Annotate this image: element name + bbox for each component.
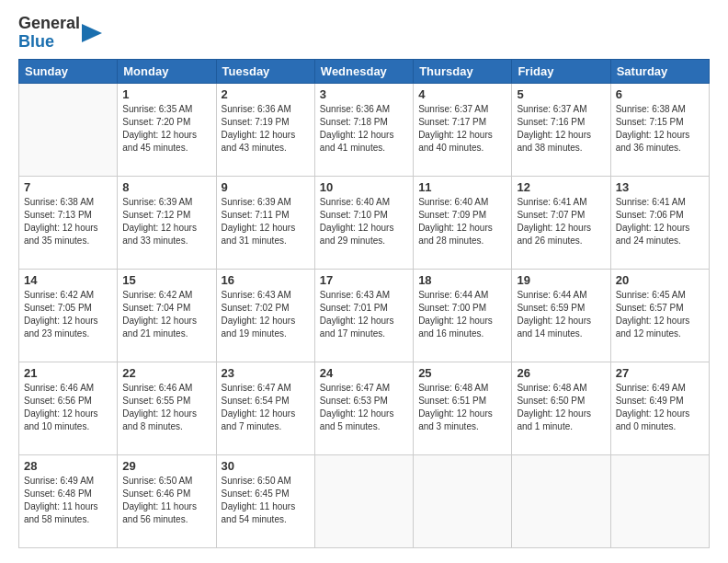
logo-text: General Blue [18,15,80,52]
calendar-week-row: 21Sunrise: 6:46 AM Sunset: 6:56 PM Dayli… [19,362,710,454]
day-info: Sunrise: 6:37 AM Sunset: 7:17 PM Dayligh… [418,103,506,155]
calendar-cell [19,83,118,176]
day-number: 19 [517,273,605,287]
day-info: Sunrise: 6:39 AM Sunset: 7:11 PM Dayligh… [222,196,310,247]
calendar-cell: 15Sunrise: 6:42 AM Sunset: 7:04 PM Dayli… [118,269,216,362]
calendar-cell: 3Sunrise: 6:36 AM Sunset: 7:18 PM Daylig… [314,83,413,176]
day-number: 14 [24,273,112,287]
day-info: Sunrise: 6:50 AM Sunset: 6:46 PM Dayligh… [122,475,210,526]
column-header-wednesday: Wednesday [314,59,413,83]
logo-container: General Blue [18,15,102,52]
calendar-cell: 30Sunrise: 6:50 AM Sunset: 6:45 PM Dayli… [216,454,314,547]
day-number: 7 [24,180,112,194]
calendar-cell: 24Sunrise: 6:47 AM Sunset: 6:53 PM Dayli… [314,362,413,454]
calendar-cell: 1Sunrise: 6:35 AM Sunset: 7:20 PM Daylig… [118,83,216,176]
day-info: Sunrise: 6:44 AM Sunset: 7:00 PM Dayligh… [418,289,506,340]
day-number: 16 [222,273,310,287]
day-info: Sunrise: 6:39 AM Sunset: 7:12 PM Dayligh… [122,196,210,247]
day-info: Sunrise: 6:36 AM Sunset: 7:18 PM Dayligh… [320,103,408,155]
calendar-cell: 11Sunrise: 6:40 AM Sunset: 7:09 PM Dayli… [414,176,512,269]
day-number: 12 [517,180,605,194]
day-info: Sunrise: 6:41 AM Sunset: 7:07 PM Dayligh… [517,196,605,247]
column-header-monday: Monday [118,59,216,83]
day-number: 17 [320,273,408,287]
calendar-cell: 23Sunrise: 6:47 AM Sunset: 6:54 PM Dayli… [216,362,314,454]
day-number: 15 [122,273,210,287]
calendar-cell [512,454,610,547]
day-number: 22 [122,366,210,380]
day-info: Sunrise: 6:48 AM Sunset: 6:50 PM Dayligh… [517,382,605,433]
day-info: Sunrise: 6:43 AM Sunset: 7:02 PM Dayligh… [222,289,310,340]
calendar-cell: 19Sunrise: 6:44 AM Sunset: 6:59 PM Dayli… [512,269,610,362]
day-info: Sunrise: 6:47 AM Sunset: 6:53 PM Dayligh… [320,382,408,433]
day-info: Sunrise: 6:46 AM Sunset: 6:56 PM Dayligh… [24,382,112,433]
day-number: 13 [616,180,704,194]
day-number: 21 [24,366,112,380]
calendar-cell: 28Sunrise: 6:49 AM Sunset: 6:48 PM Dayli… [19,454,118,547]
calendar-cell: 5Sunrise: 6:37 AM Sunset: 7:16 PM Daylig… [512,83,610,176]
calendar-cell: 10Sunrise: 6:40 AM Sunset: 7:10 PM Dayli… [314,176,413,269]
calendar-week-row: 28Sunrise: 6:49 AM Sunset: 6:48 PM Dayli… [19,454,710,547]
day-info: Sunrise: 6:49 AM Sunset: 6:48 PM Dayligh… [24,475,112,526]
calendar-cell: 22Sunrise: 6:46 AM Sunset: 6:55 PM Dayli… [118,362,216,454]
calendar-cell: 8Sunrise: 6:39 AM Sunset: 7:12 PM Daylig… [118,176,216,269]
calendar-cell: 21Sunrise: 6:46 AM Sunset: 6:56 PM Dayli… [19,362,118,454]
day-info: Sunrise: 6:43 AM Sunset: 7:01 PM Dayligh… [320,289,408,340]
logo: General Blue [18,15,102,52]
day-info: Sunrise: 6:46 AM Sunset: 6:55 PM Dayligh… [122,382,210,433]
day-number: 18 [418,273,506,287]
logo-blue: Blue [18,33,80,52]
day-number: 9 [222,180,310,194]
day-info: Sunrise: 6:42 AM Sunset: 7:04 PM Dayligh… [122,289,210,340]
day-number: 8 [122,180,210,194]
column-header-thursday: Thursday [414,59,512,83]
day-number: 25 [418,366,506,380]
calendar-cell: 7Sunrise: 6:38 AM Sunset: 7:13 PM Daylig… [19,176,118,269]
day-number: 20 [616,273,704,287]
calendar-cell: 16Sunrise: 6:43 AM Sunset: 7:02 PM Dayli… [216,269,314,362]
calendar-cell: 12Sunrise: 6:41 AM Sunset: 7:07 PM Dayli… [512,176,610,269]
day-number: 27 [616,366,704,380]
calendar-cell: 6Sunrise: 6:38 AM Sunset: 7:15 PM Daylig… [610,83,709,176]
day-number: 11 [418,180,506,194]
calendar-cell [610,454,709,547]
header: General Blue [18,15,710,52]
calendar-cell: 26Sunrise: 6:48 AM Sunset: 6:50 PM Dayli… [512,362,610,454]
day-info: Sunrise: 6:49 AM Sunset: 6:49 PM Dayligh… [616,382,704,433]
day-info: Sunrise: 6:42 AM Sunset: 7:05 PM Dayligh… [24,289,112,340]
column-header-saturday: Saturday [610,59,709,83]
day-number: 2 [222,87,310,101]
day-info: Sunrise: 6:47 AM Sunset: 6:54 PM Dayligh… [222,382,310,433]
day-number: 29 [122,459,210,473]
calendar-header-row: SundayMondayTuesdayWednesdayThursdayFrid… [19,59,710,83]
day-info: Sunrise: 6:38 AM Sunset: 7:13 PM Dayligh… [24,196,112,247]
logo-arrow-icon [82,19,102,47]
calendar-cell: 18Sunrise: 6:44 AM Sunset: 7:00 PM Dayli… [414,269,512,362]
logo-general: General [18,15,80,33]
calendar-cell: 27Sunrise: 6:49 AM Sunset: 6:49 PM Dayli… [610,362,709,454]
calendar-cell: 17Sunrise: 6:43 AM Sunset: 7:01 PM Dayli… [314,269,413,362]
day-info: Sunrise: 6:45 AM Sunset: 6:57 PM Dayligh… [616,289,704,340]
day-info: Sunrise: 6:38 AM Sunset: 7:15 PM Dayligh… [616,103,704,155]
day-info: Sunrise: 6:37 AM Sunset: 7:16 PM Dayligh… [517,103,605,155]
day-number: 5 [517,87,605,101]
day-info: Sunrise: 6:41 AM Sunset: 7:06 PM Dayligh… [616,196,704,247]
day-number: 10 [320,180,408,194]
day-info: Sunrise: 6:40 AM Sunset: 7:10 PM Dayligh… [320,196,408,247]
page: General Blue SundayMondayTuesdayWednesda… [0,0,728,563]
calendar-cell: 25Sunrise: 6:48 AM Sunset: 6:51 PM Dayli… [414,362,512,454]
day-number: 6 [616,87,704,101]
day-number: 1 [122,87,210,101]
day-info: Sunrise: 6:36 AM Sunset: 7:19 PM Dayligh… [222,103,310,155]
day-number: 30 [222,459,310,473]
day-info: Sunrise: 6:50 AM Sunset: 6:45 PM Dayligh… [222,475,310,526]
day-number: 24 [320,366,408,380]
day-info: Sunrise: 6:40 AM Sunset: 7:09 PM Dayligh… [418,196,506,247]
calendar-week-row: 7Sunrise: 6:38 AM Sunset: 7:13 PM Daylig… [19,176,710,269]
calendar-cell: 20Sunrise: 6:45 AM Sunset: 6:57 PM Dayli… [610,269,709,362]
day-number: 4 [418,87,506,101]
calendar-cell: 9Sunrise: 6:39 AM Sunset: 7:11 PM Daylig… [216,176,314,269]
calendar-cell: 29Sunrise: 6:50 AM Sunset: 6:46 PM Dayli… [118,454,216,547]
calendar-table: SundayMondayTuesdayWednesdayThursdayFrid… [18,59,710,548]
calendar-week-row: 14Sunrise: 6:42 AM Sunset: 7:05 PM Dayli… [19,269,710,362]
